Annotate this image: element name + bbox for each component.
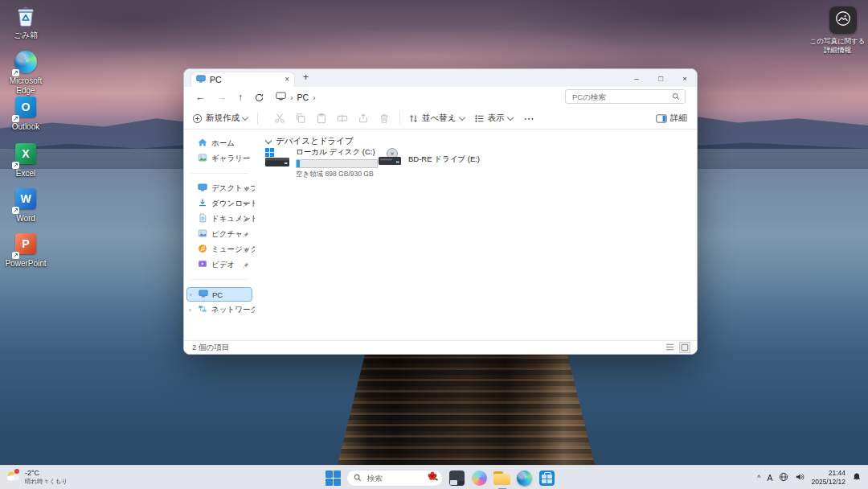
back-button[interactable]: ←	[195, 92, 206, 103]
explorer-nav-bar: ← → ↑ › PC ›	[184, 87, 697, 108]
music-icon	[198, 242, 207, 257]
taskbar-copilot-button[interactable]	[471, 470, 488, 487]
taskbar-file-explorer-button[interactable]	[493, 470, 510, 487]
explorer-content: デバイスとドライブ ローカル ディスク (C:) 空き領域 898 GB/930…	[255, 129, 697, 340]
up-button[interactable]: ↑	[238, 92, 243, 103]
sidebar-separator	[190, 279, 248, 280]
sidebar-item-gallery[interactable]: ギャラリー	[186, 151, 252, 166]
sidebar-item-videos[interactable]: ビデオ	[186, 257, 252, 272]
sort-button[interactable]: 並べ替え	[408, 113, 465, 124]
drive-c-item[interactable]: ローカル ディスク (C:) 空き領域 898 GB/930 GB	[264, 147, 378, 179]
search-highlight-flower-icon	[427, 471, 438, 485]
chevron-down-icon	[506, 113, 513, 120]
shortcut-arrow-icon	[12, 115, 19, 122]
minimize-button[interactable]: –	[624, 69, 649, 87]
toolbar-divider	[399, 112, 400, 125]
share-button[interactable]	[358, 113, 369, 124]
sidebar-item-pictures[interactable]: ピクチャ	[186, 227, 252, 241]
taskbar-search-box[interactable]	[346, 470, 443, 487]
desktop-icon-recycle-bin[interactable]: ごみ箱	[0, 5, 51, 40]
desktop-icon-outlook[interactable]: O Outlook	[0, 95, 51, 132]
tab-close-icon[interactable]: ×	[285, 76, 289, 84]
sidebar-item-documents[interactable]: ドキュメント	[186, 212, 252, 226]
copilot-icon	[472, 471, 487, 486]
list-view-icon[interactable]	[665, 340, 674, 355]
drive-e-item[interactable]: BD-RE ドライブ (E:)	[377, 147, 480, 171]
tray-expand-chevron[interactable]: ^	[757, 474, 760, 482]
desktop-icon-label: Excel	[0, 169, 51, 179]
notification-bell-icon[interactable]	[852, 471, 862, 485]
desktop-icon-word[interactable]: W Word	[0, 187, 51, 224]
pin-icon	[243, 181, 249, 195]
disk-usage-bar	[296, 159, 378, 168]
new-button[interactable]: 新規作成	[192, 113, 248, 124]
taskbar-search-input[interactable]	[366, 473, 423, 483]
explorer-search-input[interactable]	[571, 92, 669, 102]
more-options-button[interactable]: ⋯	[524, 113, 535, 125]
videos-icon	[198, 257, 207, 272]
details-pane-button[interactable]: 詳細	[656, 113, 687, 124]
close-button[interactable]: ×	[673, 69, 697, 87]
wallpaper-pier	[338, 351, 595, 465]
this-pc-icon[interactable]	[276, 90, 286, 105]
cut-button[interactable]	[274, 113, 285, 124]
sidebar-item-home[interactable]: ホーム	[186, 136, 252, 150]
desktop: ごみ箱 Microsoft Edge O Outlook X Excel W W…	[0, 0, 868, 489]
pin-icon	[243, 257, 249, 272]
taskbar-store-button[interactable]	[538, 470, 555, 487]
toolbar-divider	[257, 112, 258, 125]
network-icon[interactable]	[779, 471, 788, 485]
large-icons-view-icon[interactable]	[679, 342, 690, 353]
view-button[interactable]: 表示	[474, 113, 513, 124]
start-button[interactable]	[326, 471, 341, 486]
clock[interactable]: 21:44 2025/12/12	[811, 469, 845, 486]
pc-monitor-icon	[196, 72, 206, 87]
word-icon: W	[14, 188, 38, 212]
rename-button[interactable]	[337, 113, 348, 124]
chevron-down-icon	[242, 113, 248, 120]
item-count: 2 個の項目	[192, 343, 229, 353]
sidebar-item-music[interactable]: ミュージック	[186, 242, 252, 257]
desktop-icon-edge[interactable]: Microsoft Edge	[0, 50, 51, 95]
explorer-toolbar: 新規作成 並べ替え 表示 ⋯ 詳細	[184, 108, 697, 129]
gallery-icon	[198, 151, 207, 166]
clock-date: 2025/12/12	[811, 478, 845, 487]
delete-button[interactable]	[379, 113, 390, 124]
ime-mode-indicator[interactable]: A	[767, 473, 772, 483]
shortcut-arrow-icon	[12, 162, 19, 169]
documents-icon	[198, 212, 207, 226]
copy-button[interactable]	[295, 113, 306, 124]
explorer-tab-pc[interactable]: PC ×	[190, 72, 295, 87]
collapse-chevron-icon[interactable]	[265, 138, 272, 144]
expand-chevron-icon[interactable]: ›	[190, 291, 192, 298]
shortcut-arrow-icon	[12, 252, 19, 259]
breadcrumb-item-pc[interactable]: PC	[297, 92, 309, 102]
paste-button[interactable]	[316, 113, 327, 124]
sidebar-item-network[interactable]: › ネットワーク	[186, 302, 252, 317]
outlook-icon: O	[14, 97, 38, 121]
taskbar-app-dark[interactable]	[448, 470, 465, 487]
desktop-icon-powerpoint[interactable]: P PowerPoint	[0, 232, 51, 269]
breadcrumb-chevron-icon: ›	[290, 93, 293, 102]
sidebar-item-downloads[interactable]: ダウンロード	[186, 196, 252, 211]
excel-icon: X	[14, 143, 38, 167]
forward-button[interactable]: →	[217, 92, 227, 103]
pin-icon	[243, 242, 249, 257]
sidebar-item-pc[interactable]: › PC	[186, 287, 252, 302]
maximize-button[interactable]: □	[649, 69, 673, 87]
desktop-icon-excel[interactable]: X Excel	[0, 142, 51, 179]
explorer-search-box[interactable]	[565, 89, 686, 104]
refresh-button[interactable]	[254, 92, 264, 103]
disk-usage-fill	[297, 160, 300, 167]
spotlight-button[interactable]	[829, 6, 857, 34]
widgets-weather-button[interactable]: -2°C 晴れ時々くもり	[5, 468, 68, 486]
pin-icon	[243, 227, 249, 241]
microsoft-store-icon	[539, 471, 555, 486]
section-devices-and-drives[interactable]: デバイスとドライブ	[266, 136, 354, 147]
taskbar-edge-button[interactable]	[516, 470, 533, 487]
desktop-icon-label: ごみ箱	[0, 31, 51, 40]
expand-chevron-icon[interactable]: ›	[189, 306, 191, 314]
volume-icon[interactable]	[795, 471, 805, 485]
sidebar-item-desktop[interactable]: デスクトップ	[186, 181, 252, 195]
new-tab-button[interactable]: +	[303, 72, 309, 83]
